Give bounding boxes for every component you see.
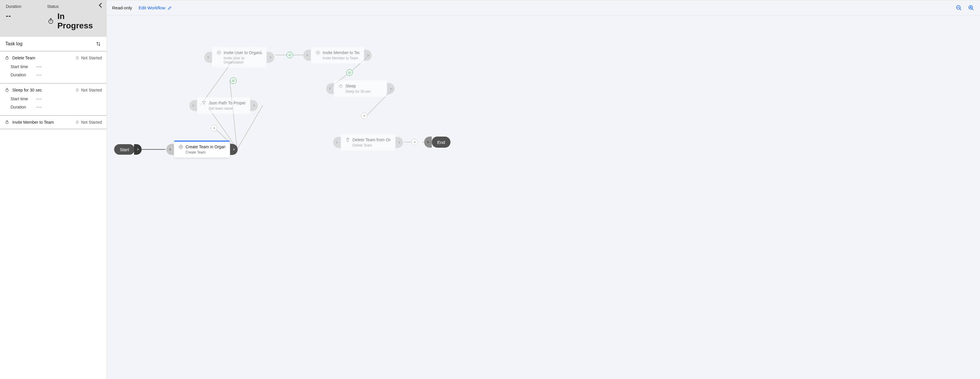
end-node[interactable]: End [432,136,450,147]
plus-circle-icon [315,50,320,55]
output-port[interactable] [267,52,274,63]
node-title: Invite Member to Team [323,50,360,55]
task-item[interactable]: Invite Member to Team Not Started [0,116,107,129]
zoom-out-icon [956,5,962,11]
connector-dot [411,139,418,145]
duration-value: --- [36,73,42,77]
chevron-right-icon [169,148,172,151]
node-subtitle: Delete Team [345,143,391,147]
node-subtitle: Invite Member to Team [315,56,360,60]
stopwatch-icon [75,120,80,124]
stopwatch-icon [5,56,10,60]
chevron-right-icon [366,54,369,57]
connector-dot [361,113,368,119]
svg-line-23 [230,81,237,149]
zoom-out-button[interactable] [955,5,963,11]
task-title: Delete Team [12,56,35,60]
connector-dot [211,125,217,131]
task-item[interactable]: Sleep for 30 sec Not Started Start time-… [0,84,107,116]
output-port[interactable] [395,137,403,148]
chevron-right-icon [328,87,331,90]
task-title: Invite Member to Team [12,120,54,125]
output-port[interactable] [230,144,238,155]
start-time-label: Start time [11,97,31,101]
start-output-port[interactable] [134,144,142,155]
start-time-value: --- [36,97,42,101]
chevron-right-icon [398,141,401,144]
check-circle-icon [232,79,235,82]
chevron-right-icon [269,56,272,59]
chevron-right-icon [253,104,256,107]
status-label: Status [47,4,101,9]
node-title: Invite User to Organizati… [224,50,262,55]
node-title: Delete Team from Organ… [352,138,391,142]
power-icon [338,84,343,88]
stopwatch-icon [75,88,80,92]
toolbar: Read-only Edit Workflow [107,0,980,16]
success-connector [230,78,237,84]
node-subtitle: Sleep for 30 sec [338,89,382,94]
task-list: Delete Team Not Started Start time--- Du… [0,51,107,379]
task-status: Not Started [75,120,102,125]
input-port[interactable] [333,137,341,148]
start-node[interactable]: Start [114,144,135,155]
node-subtitle: Get team name [202,106,246,111]
check-circle-icon [288,53,291,57]
task-title: Sleep for 30 sec [12,88,42,92]
success-connector [346,69,353,76]
collapse-sidebar-button[interactable] [97,2,104,9]
task-status: Not Started [75,56,102,60]
sort-icon [95,41,101,47]
output-port[interactable] [364,50,372,61]
success-connector [286,52,293,58]
status-value: In Progress [47,12,101,30]
node-invite-member[interactable]: Invite Member to Team Invite Member to T… [311,47,364,63]
node-sleep[interactable]: Sleep Sleep for 30 sec [334,81,387,97]
stopwatch-icon [5,88,10,92]
workflow-canvas[interactable]: Start Create Team in Organiza… Create Te… [107,16,980,379]
chevron-left-icon [97,2,104,9]
node-title: Json Path To Property [209,101,246,105]
input-port[interactable] [303,50,311,61]
sort-button[interactable] [95,41,101,47]
node-create-team[interactable]: Create Team in Organiza… Create Team [174,141,230,158]
input-port[interactable] [326,83,334,94]
edit-workflow-link[interactable]: Edit Workflow [138,5,172,10]
plus-circle-icon [216,50,221,55]
arrow-right-icon [413,141,416,144]
node-json-path[interactable]: Json Path To Property Get team name [197,97,250,114]
input-port[interactable] [189,100,197,111]
stopwatch-icon [5,120,10,125]
duration-label: Duration [11,105,31,109]
output-port[interactable] [250,100,258,111]
node-subtitle: Create Team [178,150,225,154]
end-input-port[interactable] [424,136,432,147]
node-delete-team[interactable]: Delete Team from Organ… Delete Team [341,134,395,151]
start-time-label: Start time [11,64,31,69]
input-port[interactable] [204,52,212,63]
chevron-right-icon [426,141,430,144]
zoom-in-button[interactable] [968,5,975,11]
stopwatch-icon [75,56,80,60]
tasklog-label: Task log [5,41,22,46]
node-subtitle: Invite User to Organization [216,56,262,64]
node-invite-user[interactable]: Invite User to Organizati… Invite User t… [212,47,266,68]
input-port[interactable] [166,144,174,155]
chevron-right-icon [305,54,309,57]
start-time-value: --- [36,64,42,69]
task-item[interactable]: Delete Team Not Started Start time--- Du… [0,51,107,84]
chevron-right-icon [137,148,139,151]
chevron-right-icon [336,141,338,144]
chevron-right-icon [232,148,235,151]
task-status: Not Started [75,88,102,92]
trash-icon [345,138,350,142]
duration-value: --- [36,105,42,109]
arrow-right-icon [213,127,215,130]
sidebar: Duration -- Status In Progress Task log … [0,0,107,379]
filter-icon [202,101,206,105]
edges-layer [107,16,980,379]
plus-circle-icon [178,144,183,149]
node-title: Sleep [345,84,356,88]
main-area: Read-only Edit Workflow [107,0,980,379]
output-port[interactable] [387,83,395,94]
